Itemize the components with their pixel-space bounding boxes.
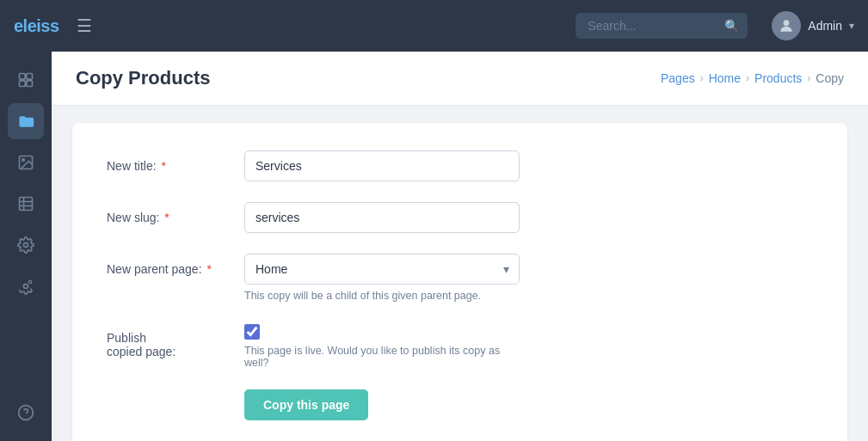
main-content: Copy Products Pages › Home › Products › … — [52, 52, 868, 441]
publish-checkbox-wrap — [244, 322, 520, 340]
user-menu[interactable]: Admin ▾ — [772, 11, 854, 40]
sidebar — [0, 52, 52, 441]
new-slug-label: New slug: * — [107, 202, 244, 224]
svg-point-0 — [784, 20, 790, 26]
avatar — [772, 11, 801, 40]
new-title-label: New title: * — [107, 150, 244, 173]
breadcrumb-sep-1: › — [700, 72, 704, 84]
svg-point-13 — [28, 280, 31, 283]
parent-hint: This copy will be a child of this given … — [244, 290, 520, 302]
svg-point-6 — [22, 159, 24, 162]
svg-rect-2 — [27, 74, 33, 80]
new-slug-field — [244, 202, 520, 233]
navbar: eleiss ☰ 🔍 Admin ▾ — [0, 0, 868, 52]
new-parent-field: Home About Products Contact ▾ This copy … — [244, 254, 520, 302]
new-slug-row: New slug: * — [107, 202, 813, 233]
brand-logo: eleiss — [14, 16, 59, 36]
svg-rect-7 — [20, 198, 33, 211]
breadcrumb-products[interactable]: Products — [754, 71, 802, 85]
sidebar-item-advanced[interactable] — [8, 268, 44, 304]
required-marker-parent: * — [204, 262, 212, 276]
parent-select[interactable]: Home About Products Contact — [244, 254, 520, 285]
publish-row: Publishcopied page: This page is live. W… — [107, 322, 813, 369]
search-icon: 🔍 — [724, 19, 739, 33]
copy-page-button[interactable]: Copy this page — [244, 389, 368, 420]
new-parent-label: New parent page: * — [107, 254, 244, 276]
sidebar-item-pages[interactable] — [8, 103, 44, 139]
new-slug-input[interactable] — [244, 202, 520, 233]
new-title-row: New title: * — [107, 150, 813, 181]
required-marker-slug: * — [161, 211, 169, 224]
sidebar-item-help[interactable] — [8, 395, 44, 431]
svg-rect-4 — [27, 81, 33, 87]
new-title-field — [244, 150, 520, 181]
app-layout: Copy Products Pages › Home › Products › … — [0, 52, 868, 441]
new-title-input[interactable] — [244, 150, 520, 181]
breadcrumb-sep-3: › — [807, 72, 810, 84]
search-bar: 🔍 — [576, 13, 748, 39]
sidebar-item-media[interactable] — [8, 144, 44, 181]
chevron-down-icon: ▾ — [849, 20, 854, 32]
svg-point-11 — [24, 243, 28, 248]
breadcrumb-pages[interactable]: Pages — [661, 71, 695, 85]
publish-hint: This page is live. Would you like to pub… — [244, 345, 520, 369]
breadcrumb-sep-2: › — [746, 72, 749, 84]
sidebar-item-settings[interactable] — [8, 227, 44, 263]
form-card: New title: * New slug: * New parent page… — [72, 123, 847, 441]
publish-label: Publishcopied page: — [107, 322, 244, 358]
page-title: Copy Products — [76, 67, 210, 89]
breadcrumb: Pages › Home › Products › Copy — [661, 71, 844, 85]
new-parent-row: New parent page: * Home About Products C… — [107, 254, 813, 302]
publish-field: This page is live. Would you like to pub… — [244, 322, 520, 369]
sidebar-item-content[interactable] — [8, 186, 44, 222]
hamburger-icon[interactable]: ☰ — [77, 15, 92, 36]
breadcrumb-home[interactable]: Home — [709, 71, 741, 85]
required-marker: * — [158, 159, 166, 173]
publish-checkbox[interactable] — [244, 324, 260, 340]
search-input[interactable] — [576, 13, 748, 39]
svg-rect-3 — [20, 81, 26, 87]
sidebar-item-dashboard[interactable] — [8, 62, 44, 98]
parent-select-wrap: Home About Products Contact ▾ — [244, 254, 520, 285]
svg-point-12 — [24, 285, 28, 289]
svg-rect-1 — [20, 74, 26, 80]
page-header: Copy Products Pages › Home › Products › … — [52, 52, 868, 106]
breadcrumb-copy: Copy — [816, 71, 844, 85]
user-name: Admin — [808, 19, 842, 33]
